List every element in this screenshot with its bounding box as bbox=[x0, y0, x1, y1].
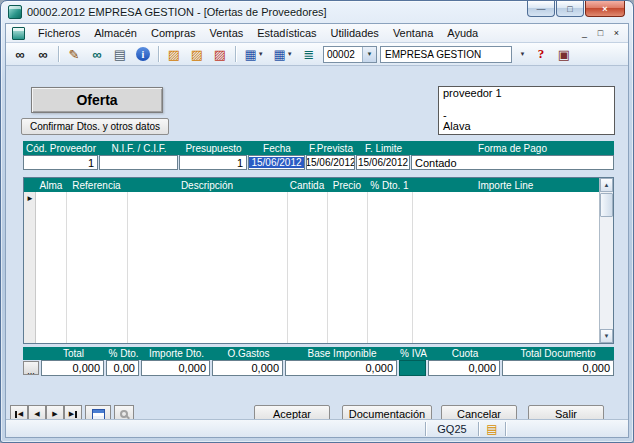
f-limite-field[interactable]: 15/06/2012 bbox=[356, 155, 410, 170]
folder-delete-icon: ▨ bbox=[214, 48, 226, 61]
menu-ficheros[interactable]: Ficheros bbox=[31, 25, 87, 41]
lines-grid-body[interactable]: ► bbox=[24, 192, 599, 343]
grid-view-button[interactable] bbox=[85, 405, 111, 419]
fecha-field[interactable]: 15/06/2012 bbox=[248, 155, 305, 170]
table-view-button[interactable]: ▦▼ bbox=[240, 45, 268, 64]
folder-open-icon: ▨ bbox=[191, 48, 203, 61]
exit-button[interactable]: ▣ bbox=[553, 45, 575, 64]
first-record-button[interactable]: ◀ bbox=[10, 405, 28, 419]
menu-compras[interactable]: Compras bbox=[144, 25, 203, 41]
pct-dto-field[interactable]: 0,00 bbox=[106, 360, 139, 376]
total-documento-field[interactable]: 0,000 bbox=[502, 360, 614, 376]
info-button[interactable]: i bbox=[132, 45, 154, 64]
menu-ventana[interactable]: Ventana bbox=[386, 25, 440, 41]
form-view-button[interactable]: ▦▼ bbox=[269, 45, 297, 64]
documentation-button[interactable]: Documentación bbox=[342, 405, 432, 419]
last-record-button[interactable]: ▶ bbox=[64, 405, 82, 419]
status-divider bbox=[505, 422, 506, 436]
toolbar-separator bbox=[235, 46, 236, 62]
table-icon: ▦ bbox=[244, 48, 256, 61]
cancel-button[interactable]: Cancelar bbox=[441, 405, 517, 419]
importe-dto-field[interactable]: 0,000 bbox=[141, 360, 210, 376]
col-header-forma-pago: Forma de Pago bbox=[411, 141, 614, 155]
statusbar: GQ25 ▤ bbox=[6, 419, 628, 437]
close-button[interactable]: × bbox=[585, 1, 625, 17]
levels-icon: ≣ bbox=[304, 48, 315, 61]
folder-open-button[interactable]: ▨ bbox=[186, 45, 208, 64]
totals-fields: ... 0,000 0,00 0,000 0,000 0,000 0,000 0… bbox=[23, 360, 614, 376]
status-icon-panel: ▤ bbox=[479, 422, 505, 436]
menu-almacen[interactable]: Almacén bbox=[87, 25, 144, 41]
print-button[interactable]: ▤ bbox=[109, 45, 131, 64]
menu-ayuda[interactable]: Ayuda bbox=[440, 25, 485, 41]
col-header-presupuesto: Presupuesto bbox=[179, 141, 248, 155]
provider-city: Alava bbox=[443, 121, 610, 132]
menu-estadisticas[interactable]: Estadísticas bbox=[250, 25, 323, 41]
edit-button[interactable]: ✎ bbox=[63, 45, 85, 64]
presupuesto-field[interactable]: 1 bbox=[179, 155, 247, 170]
cuota-field[interactable]: 0,000 bbox=[428, 360, 500, 376]
total-field[interactable]: 0,000 bbox=[41, 360, 104, 376]
help-button[interactable]: ? bbox=[530, 45, 552, 64]
forma-pago-field[interactable]: Contado bbox=[411, 155, 614, 170]
menu-ventas[interactable]: Ventas bbox=[203, 25, 251, 41]
minimize-button[interactable]: — bbox=[527, 1, 555, 17]
levels-button[interactable]: ≣ bbox=[298, 45, 320, 64]
next-record-button[interactable]: ▶ bbox=[46, 405, 64, 419]
nif-field[interactable] bbox=[99, 155, 178, 170]
col-header-importe-dto: Importe Dto. bbox=[141, 347, 212, 360]
prev-icon: ◀ bbox=[18, 410, 23, 418]
search-button[interactable]: ∞ bbox=[9, 45, 31, 64]
pct-iva-field[interactable] bbox=[399, 360, 426, 376]
edit-icon: ✎ bbox=[69, 48, 80, 61]
mdi-restore-button[interactable]: □ bbox=[593, 27, 608, 40]
company-list-dropdown-button[interactable]: ▼ bbox=[515, 45, 529, 64]
app-icon bbox=[8, 5, 22, 19]
col-header-fecha: Fecha bbox=[248, 141, 306, 155]
base-imponible-field[interactable]: 0,000 bbox=[285, 360, 397, 376]
accept-button[interactable]: Aceptar bbox=[254, 405, 330, 419]
titlebar: 00002.2012 EMPRESA GESTION - [Ofertas de… bbox=[1, 1, 633, 23]
scroll-down-icon: ▼ bbox=[604, 333, 610, 339]
view-button[interactable]: ∞ bbox=[86, 45, 108, 64]
company-name-field[interactable]: EMPRESA GESTION bbox=[380, 46, 512, 63]
col-header-total: Total bbox=[41, 347, 106, 360]
datagrid-icon bbox=[92, 409, 105, 420]
cod-proveedor-field[interactable]: 1 bbox=[23, 155, 98, 170]
app-body: Ficheros Almacén Compras Ventas Estadíst… bbox=[5, 23, 629, 438]
child-window-icon[interactable] bbox=[12, 27, 25, 40]
current-row-marker-icon: ► bbox=[26, 194, 34, 203]
confirm-discounts-button[interactable]: Confirmar Dtos. y otros datos bbox=[21, 118, 169, 135]
chevron-down-icon: ▼ bbox=[520, 51, 526, 57]
scroll-down-button[interactable]: ▼ bbox=[600, 329, 613, 343]
maximize-button[interactable]: □ bbox=[556, 1, 584, 17]
fecha-selected-value: 15/06/2012 bbox=[249, 157, 303, 168]
search-next-button[interactable]: ∞ bbox=[32, 45, 54, 64]
mdi-minimize-button[interactable]: _ bbox=[577, 27, 592, 40]
next-icon: ▶ bbox=[52, 410, 57, 418]
previous-record-button[interactable]: ◀ bbox=[28, 405, 46, 419]
folder-new-button[interactable]: ▨ bbox=[163, 45, 185, 64]
scroll-thumb[interactable] bbox=[600, 193, 613, 217]
scroll-up-button[interactable]: ▲ bbox=[600, 178, 613, 192]
binoculars-icon: ∞ bbox=[15, 48, 24, 61]
zoom-button[interactable] bbox=[114, 405, 134, 419]
lines-grid-header: Alma Referencia Descripción Cantida Prec… bbox=[24, 178, 599, 192]
f-prevista-field[interactable]: 15/06/2012 bbox=[306, 155, 355, 170]
exit-button-footer[interactable]: Salir bbox=[528, 405, 604, 419]
menu-utilidades[interactable]: Utilidades bbox=[324, 25, 386, 41]
company-code-combo[interactable]: 00002 ▼ bbox=[323, 46, 377, 63]
o-gastos-field[interactable]: 0,000 bbox=[212, 360, 283, 376]
more-options-button[interactable]: ... bbox=[23, 361, 39, 375]
col-header-cod-proveedor: Cód. Proveedor bbox=[23, 141, 99, 155]
folder-delete-button[interactable]: ▨ bbox=[209, 45, 231, 64]
window-title: 00002.2012 EMPRESA GESTION - [Ofertas de… bbox=[27, 6, 327, 18]
col-header-precio: Precio bbox=[327, 178, 367, 192]
first-bar-icon bbox=[15, 411, 17, 418]
vertical-scrollbar[interactable]: ▲ ▼ bbox=[599, 178, 613, 343]
maximize-icon: □ bbox=[567, 4, 572, 14]
combo-dropdown-button[interactable]: ▼ bbox=[362, 47, 376, 62]
totals-band-spacer bbox=[23, 347, 41, 360]
mdi-close-button[interactable]: × bbox=[609, 27, 624, 40]
row-selector-column[interactable]: ► bbox=[24, 192, 36, 343]
